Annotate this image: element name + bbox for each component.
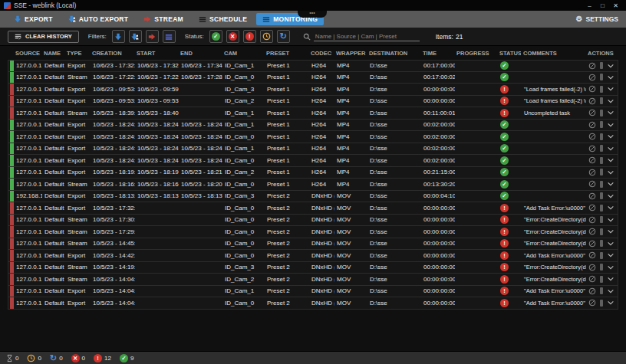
chevron-down-icon[interactable] [607, 98, 614, 104]
open-folder-button[interactable] [600, 252, 603, 259]
chevron-down-icon[interactable] [607, 157, 614, 163]
table-row[interactable]: 127.0.0.1DefaultExport10/5/23 - 18:19:19… [8, 167, 618, 179]
open-folder-button[interactable] [600, 287, 603, 294]
chevron-down-icon[interactable] [607, 63, 614, 69]
cancel-task-icon[interactable] [588, 240, 596, 248]
open-folder-button[interactable] [600, 205, 603, 212]
column-preset[interactable]: PRESET [264, 50, 308, 57]
menu-notch[interactable]: ••• [298, 11, 327, 18]
table-row[interactable]: 127.0.0.1DefaultExport10/5/23 - 18:24:07… [8, 120, 618, 132]
filter-schedule-button[interactable] [163, 30, 176, 43]
chevron-down-icon[interactable] [607, 122, 614, 128]
search-input[interactable] [314, 32, 420, 41]
tab-export[interactable]: EXPORT [8, 13, 59, 25]
cancel-task-icon[interactable] [588, 133, 596, 140]
column-type[interactable]: TYPE [64, 50, 90, 57]
status-error-button[interactable]: ! [243, 30, 256, 43]
table-row[interactable]: 192.168.1.1DefaultExport10/5/23 - 18:13:… [8, 191, 618, 203]
open-folder-button[interactable] [600, 133, 603, 140]
cancel-task-icon[interactable] [588, 109, 596, 116]
table-row[interactable]: 127.0.0.1DefaultStream10/5/23 - 14:45:13… [8, 238, 618, 251]
open-folder-button[interactable] [600, 74, 603, 80]
table-row[interactable]: 127.0.0.1DefaultStream10/5/23 - 18:16:33… [8, 179, 618, 191]
cancel-task-icon[interactable] [588, 169, 596, 176]
close-button[interactable]: ✕ [609, 2, 622, 9]
status-running-button[interactable]: ↻ [277, 30, 290, 43]
table-row[interactable]: 127.0.0.1DefaultExport10/5/23 - 14:42:37… [8, 250, 618, 262]
cancel-task-icon[interactable] [588, 156, 596, 164]
column-wrapper[interactable]: WRAPPER [334, 50, 367, 57]
cancel-task-icon[interactable] [588, 62, 596, 70]
column-actions[interactable]: ACTIONS [585, 50, 618, 57]
open-folder-button[interactable] [600, 228, 603, 235]
chevron-down-icon[interactable] [607, 86, 614, 92]
table-row[interactable]: 127.0.0.1DefaultExport10/5/23 - 18:24:05… [8, 143, 618, 156]
open-folder-button[interactable] [600, 276, 603, 283]
filter-auto-export-button[interactable] [129, 30, 142, 43]
open-folder-button[interactable] [600, 97, 603, 104]
column-creation[interactable]: CREATION [90, 50, 134, 57]
column-end[interactable]: END [178, 50, 222, 57]
cancel-task-icon[interactable] [588, 97, 596, 105]
open-folder-button[interactable] [600, 62, 603, 69]
open-folder-button[interactable] [600, 169, 603, 175]
chevron-down-icon[interactable] [607, 228, 614, 234]
settings-button[interactable]: ⚙ SETTINGS [576, 15, 618, 23]
open-folder-button[interactable] [600, 121, 603, 128]
minimize-button[interactable]: – [583, 2, 596, 9]
cancel-task-icon[interactable] [588, 180, 596, 188]
status-success-button[interactable]: ✓ [209, 30, 222, 43]
chevron-down-icon[interactable] [607, 133, 614, 139]
cancel-task-icon[interactable] [588, 121, 596, 129]
cancel-task-icon[interactable] [588, 251, 596, 259]
tab-auto-export[interactable]: AUTO EXPORT [62, 13, 135, 25]
cancel-task-icon[interactable] [588, 216, 596, 224]
open-folder-button[interactable] [600, 192, 603, 199]
cancel-task-icon[interactable] [588, 74, 596, 81]
open-folder-button[interactable] [600, 240, 603, 247]
table-row[interactable]: 127.0.0.1DefaultExport10/6/23 - 09:53:49… [8, 84, 618, 96]
chevron-down-icon[interactable] [607, 74, 614, 80]
cancel-task-icon[interactable] [588, 275, 596, 283]
chevron-down-icon[interactable] [607, 252, 614, 258]
table-row[interactable]: 127.0.0.1DefaultExport10/5/23 - 18:24:07… [8, 131, 618, 143]
table-row[interactable]: 127.0.0.1DefaultExport10/5/23 - 14:04:43… [8, 286, 618, 298]
cancel-task-icon[interactable] [588, 204, 596, 212]
chevron-down-icon[interactable] [607, 288, 614, 294]
cancel-task-icon[interactable] [588, 228, 596, 235]
open-folder-button[interactable] [600, 86, 603, 93]
table-row[interactable]: 127.0.0.1DefaultStream10/5/23 - 18:39:43… [8, 107, 618, 120]
chevron-down-icon[interactable] [607, 264, 614, 271]
table-row[interactable]: 127.0.0.1DefaultExport10/5/23 - 14:04:37… [8, 297, 618, 310]
tab-schedule[interactable]: SCHEDULE [193, 13, 253, 25]
table-row[interactable]: 127.0.0.1DefaultStream10/5/23 - 14:04:47… [8, 274, 618, 286]
table-row[interactable]: 127.0.0.1DefaultExport10/5/23 - 17:32:08… [8, 202, 618, 215]
chevron-down-icon[interactable] [607, 181, 614, 187]
column-time[interactable]: TIME [420, 50, 454, 57]
table-row[interactable]: 127.0.0.1DefaultStream10/5/23 - 17:29:58… [8, 226, 618, 238]
column-codec[interactable]: CODEC [308, 50, 334, 57]
table-row[interactable]: 127.0.0.1DefaultStream10/5/23 - 14:19:59… [8, 262, 618, 274]
table-row[interactable]: 127.0.0.1DefaultStream10/5/23 - 17:30:20… [8, 215, 618, 227]
filter-export-button[interactable] [112, 30, 125, 43]
column-name[interactable]: NAME [41, 50, 64, 57]
chevron-down-icon[interactable] [607, 217, 614, 223]
open-folder-button[interactable] [600, 264, 603, 271]
open-folder-button[interactable] [600, 145, 603, 152]
column-source[interactable]: SOURCE [13, 50, 41, 57]
open-folder-button[interactable] [600, 300, 603, 307]
chevron-down-icon[interactable] [607, 110, 614, 116]
open-folder-button[interactable] [600, 216, 603, 223]
tab-stream[interactable]: STREAM [137, 13, 189, 25]
table-row[interactable]: 127.0.0.1DefaultExport10/5/23 - 18:24:05… [8, 155, 618, 167]
status-cancel-button[interactable]: ✕ [226, 30, 239, 43]
open-folder-button[interactable] [600, 110, 603, 116]
chevron-down-icon[interactable] [607, 205, 614, 211]
chevron-down-icon[interactable] [607, 193, 614, 199]
cancel-task-icon[interactable] [588, 145, 596, 152]
cancel-task-icon[interactable] [588, 85, 596, 93]
open-folder-button[interactable] [600, 157, 603, 164]
column-cam[interactable]: CAM [222, 50, 264, 57]
table-row[interactable]: 127.0.0.1DefaultExport10/6/23 - 09:53:49… [8, 96, 618, 108]
status-pending-button[interactable] [260, 30, 273, 43]
